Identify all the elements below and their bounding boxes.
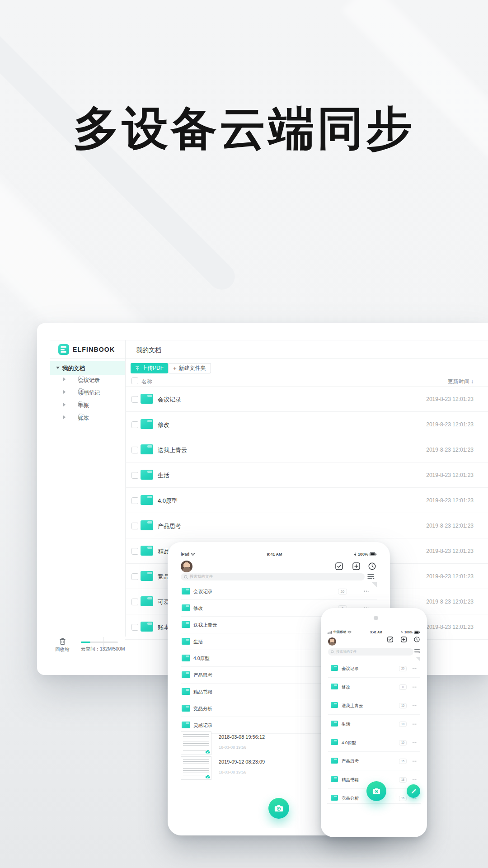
folder-icon [141,622,153,632]
folder-icon [141,419,153,429]
sidebar-tree-item[interactable]: 手账 [50,399,125,411]
chevron-right-icon[interactable] [63,377,66,381]
recycle-bin-button[interactable]: 回收站 [50,638,75,653]
sidebar-item-label: 会议记录 [78,377,100,384]
import-add-icon[interactable] [352,562,360,570]
folder-name: 送我上青云 [193,622,217,628]
sort-desc-icon: ↓ [471,378,474,385]
row-checkbox[interactable] [131,624,138,631]
phone-camera-dot [374,616,378,620]
table-row[interactable]: 产品思考 2019-8-23 12:01:23 [125,513,488,538]
folder-name: 会议记录 [342,666,359,672]
search-input[interactable]: 搜索我的文件 [181,573,365,580]
signal-icon [328,631,332,634]
chevron-right-icon[interactable] [63,390,66,394]
sort-icon[interactable] [367,573,375,580]
row-checkbox[interactable] [131,472,138,479]
more-icon[interactable] [412,668,417,670]
table-header: 名称 更新时间 ↓ [125,372,488,387]
table-row[interactable]: 修改 2019-8-23 12:01:23 [125,412,488,437]
multi-select-icon[interactable] [387,637,393,642]
list-item[interactable]: 送我上青云 15 [328,696,420,715]
ipad-device-label: iPad [181,552,189,557]
more-icon[interactable] [412,760,417,762]
note-title: 2019-09-12 08:23:09 [219,759,265,764]
folder-name: 会议记录 [158,396,181,404]
row-checkbox[interactable] [131,548,138,555]
folder-icon [331,665,338,671]
cloud-synced-icon [205,750,210,754]
chevron-right-icon[interactable] [63,415,66,419]
camera-fab-button[interactable] [268,798,289,819]
folder-name: 灵感记录 [193,722,212,729]
sidebar-tree-item[interactable]: 会议记录 [50,373,125,386]
avatar[interactable] [181,561,192,572]
phone-statusbar: 中国移动 9:41 AM 100% [327,630,421,634]
avatar[interactable] [328,637,336,646]
updated-time: 2019-8-23 12:01:23 [426,599,474,605]
row-checkbox[interactable] [131,599,138,605]
row-checkbox[interactable] [131,396,138,403]
table-row[interactable]: 生活 2019-8-23 12:01:23 [125,462,488,488]
sidebar-tree-item[interactable]: 读书笔记 [50,386,125,399]
row-checkbox[interactable] [131,523,138,529]
recycle-bin-label: 回收站 [50,646,75,653]
table-row[interactable]: 送我上青云 2019-8-23 12:01:23 [125,437,488,462]
more-icon[interactable] [412,779,417,781]
more-icon[interactable] [412,742,417,744]
edit-fab-button[interactable] [407,784,420,798]
updated-time: 2019-8-23 12:01:23 [426,573,474,580]
folder-icon [182,621,190,628]
folder-name: 精品书籍 [193,689,212,695]
note-subtitle: 18-03-08 19:56 [219,745,246,750]
camera-icon [372,788,381,795]
folder-icon [141,495,153,505]
more-icon[interactable] [412,705,417,707]
list-item[interactable]: 修改 0 [328,678,420,696]
more-icon[interactable] [363,590,369,592]
list-item[interactable]: 4.0原型 10 [328,733,420,752]
updated-time: 2019-8-23 12:01:23 [426,396,474,402]
list-item[interactable]: 生活 18 [328,715,420,733]
upload-pdf-label: 上传PDF [142,364,164,372]
updated-time: 2019-8-23 12:01:23 [426,447,474,453]
sort-icon[interactable] [414,648,420,654]
list-item[interactable]: 会议记录 20 [181,583,377,600]
folder-icon [182,638,190,645]
history-clock-icon[interactable] [414,637,420,642]
table-row[interactable]: 会议记录 2019-8-23 12:01:23 [125,387,488,412]
folder-icon [182,688,190,695]
row-checkbox[interactable] [131,421,138,428]
folder-name: 产品思考 [158,522,181,530]
folder-icon [141,596,153,606]
list-item[interactable]: 产品思考 15 [328,752,420,770]
multi-select-icon[interactable] [335,562,343,570]
search-input[interactable]: 搜索我的文件 [328,648,413,656]
time-column-header[interactable]: 更新时间 ↓ [448,378,474,386]
table-row[interactable]: 4.0原型 2019-8-23 12:01:23 [125,488,488,513]
sidebar-item-my-docs[interactable]: 我的文档 [50,361,125,375]
folder-name: 修改 [342,684,350,690]
row-checkbox[interactable] [131,573,138,580]
folder-name: 产品思考 [193,672,212,679]
more-icon[interactable] [412,723,417,725]
row-checkbox[interactable] [131,447,138,453]
sidebar-tree-item[interactable]: 账本 [50,411,125,424]
updated-time: 2019-8-23 12:01:23 [426,472,474,478]
folder-icon [331,739,338,745]
folder-icon [141,444,153,454]
import-add-icon[interactable] [401,637,407,642]
folder-icon [141,546,153,556]
sidebar-tree: 会议记录 读书笔记 手账 账本 [50,373,125,424]
chevron-right-icon[interactable] [63,403,66,406]
camera-fab-button[interactable] [366,781,386,801]
phone-clock: 9:41 AM [352,631,401,634]
row-checkbox[interactable] [131,497,138,504]
folder-icon [182,671,190,678]
history-clock-icon[interactable] [368,562,376,570]
select-all-checkbox[interactable] [131,377,138,384]
more-icon[interactable] [412,686,417,688]
new-folder-label: 新建文件夹 [179,364,206,372]
list-item[interactable]: 会议记录 20 [328,659,420,678]
folder-icon [182,655,190,661]
